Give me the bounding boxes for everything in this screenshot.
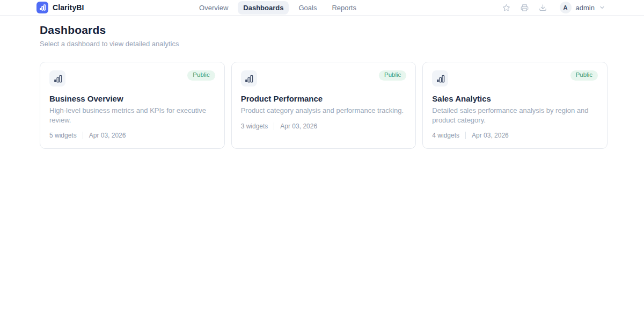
card-description: Product category analysis and performanc… bbox=[241, 106, 407, 116]
nav-item-goals[interactable]: Goals bbox=[293, 1, 322, 15]
visibility-badge: Public bbox=[379, 70, 406, 81]
footer-divider bbox=[274, 123, 274, 130]
bar-chart-icon bbox=[49, 70, 65, 87]
card-title: Sales Analytics bbox=[432, 94, 598, 103]
card-top: Public bbox=[432, 70, 598, 87]
card-top: Public bbox=[241, 70, 407, 87]
dashboard-card-grid: Public Business Overview High-level busi… bbox=[40, 62, 608, 149]
card-date: Apr 03, 2026 bbox=[89, 132, 126, 139]
bar-chart-icon bbox=[432, 70, 448, 87]
card-date: Apr 03, 2026 bbox=[472, 132, 509, 139]
page-content: Dashboards Select a dashboard to view de… bbox=[0, 16, 644, 149]
dashboard-card-product-performance[interactable]: Public Product Performance Product categ… bbox=[231, 62, 416, 149]
card-footer: 3 widgets Apr 03, 2026 bbox=[241, 123, 407, 130]
bar-chart-icon bbox=[241, 70, 257, 87]
widget-count: 4 widgets bbox=[432, 132, 459, 139]
main-nav: Overview Dashboards Goals Reports bbox=[194, 1, 362, 15]
top-header: ClarityBI Overview Dashboards Goals Repo… bbox=[0, 0, 644, 16]
footer-divider bbox=[465, 132, 466, 139]
nav-item-overview[interactable]: Overview bbox=[194, 1, 233, 15]
page-title: Dashboards bbox=[40, 24, 608, 37]
card-description: Detailed sales performance analysis by r… bbox=[432, 106, 598, 125]
user-name: admin bbox=[576, 4, 595, 12]
brand[interactable]: ClarityBI bbox=[36, 2, 84, 13]
user-menu[interactable]: A admin bbox=[560, 2, 605, 13]
printer-icon[interactable] bbox=[520, 3, 530, 12]
header-actions bbox=[502, 3, 548, 12]
card-top: Public bbox=[49, 70, 215, 87]
app-logo-bar-chart-icon bbox=[36, 2, 48, 13]
avatar: A bbox=[560, 2, 572, 13]
visibility-badge: Public bbox=[187, 70, 215, 81]
brand-name: ClarityBI bbox=[53, 3, 84, 12]
widget-count: 3 widgets bbox=[241, 123, 268, 130]
footer-divider bbox=[83, 132, 83, 139]
widget-count: 5 widgets bbox=[49, 132, 77, 139]
card-date: Apr 03, 2026 bbox=[280, 123, 317, 130]
dashboard-card-business-overview[interactable]: Public Business Overview High-level busi… bbox=[40, 62, 225, 149]
nav-item-dashboards[interactable]: Dashboards bbox=[238, 1, 289, 15]
star-icon[interactable] bbox=[502, 3, 511, 12]
download-icon[interactable] bbox=[538, 3, 548, 12]
dashboard-card-sales-analytics[interactable]: Public Sales Analytics Detailed sales pe… bbox=[422, 62, 608, 149]
chevron-down-icon bbox=[599, 4, 605, 11]
visibility-badge: Public bbox=[570, 70, 598, 81]
card-footer: 5 widgets Apr 03, 2026 bbox=[49, 132, 215, 139]
nav-item-reports[interactable]: Reports bbox=[326, 1, 362, 15]
card-title: Product Performance bbox=[241, 94, 407, 103]
card-footer: 4 widgets Apr 03, 2026 bbox=[432, 132, 598, 139]
card-title: Business Overview bbox=[49, 94, 215, 103]
card-description: High-level business metrics and KPIs for… bbox=[49, 106, 215, 125]
page-subtitle: Select a dashboard to view detailed anal… bbox=[40, 40, 608, 48]
